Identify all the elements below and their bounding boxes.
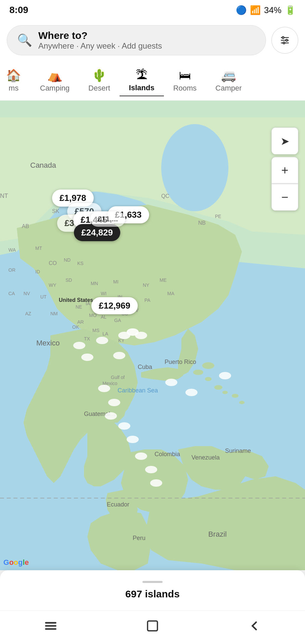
svg-point-87 [108, 399, 120, 406]
svg-text:SK: SK [52, 208, 59, 214]
signal-icon: 📶 [250, 5, 261, 15]
svg-text:MS: MS [92, 328, 99, 333]
svg-text:Cuba: Cuba [138, 364, 152, 370]
svg-text:MT: MT [35, 246, 42, 251]
search-text: Where to? Anywhere · Any week · Add gues… [38, 30, 162, 51]
filter-button[interactable] [271, 27, 298, 54]
svg-text:Canada: Canada [30, 161, 56, 169]
svg-text:NY: NY [143, 282, 149, 288]
svg-text:United States: United States [59, 297, 93, 303]
search-title: Where to? [38, 30, 162, 41]
svg-point-81 [135, 332, 147, 339]
battery-icon: 🔋 [285, 5, 296, 15]
svg-point-10 [214, 385, 222, 390]
locate-button[interactable]: ➤ [271, 127, 298, 154]
search-box[interactable]: 🔍 Where to? Anywhere · Any week · Add gu… [7, 25, 266, 55]
svg-text:ME: ME [160, 277, 167, 283]
bluetooth-icon: 🔵 [236, 5, 247, 15]
tab-camper[interactable]: 🚐 Camper [206, 65, 251, 96]
svg-point-7 [161, 124, 228, 211]
svg-rect-97 [147, 621, 157, 631]
svg-text:Ecuador: Ecuador [107, 501, 129, 508]
svg-point-12 [232, 394, 238, 398]
rooms-icon: 🛏 [179, 68, 191, 83]
svg-text:CO: CO [49, 260, 57, 266]
svg-text:MO: MO [89, 313, 97, 318]
svg-text:Peru: Peru [133, 535, 145, 541]
svg-text:WA: WA [8, 247, 16, 253]
svg-text:KS: KS [77, 261, 84, 266]
rooms-label: Rooms [173, 84, 197, 93]
svg-point-89 [118, 422, 130, 430]
svg-point-9 [205, 377, 212, 381]
svg-text:Gulf of: Gulf of [111, 375, 125, 380]
svg-text:AL: AL [101, 314, 106, 320]
svg-text:MA: MA [167, 291, 175, 296]
svg-text:Suriname: Suriname [225, 447, 251, 454]
tab-rooms[interactable]: 🛏 Rooms [164, 65, 206, 96]
svg-text:SD: SD [66, 277, 72, 283]
map-controls: ➤ + − [271, 127, 298, 211]
tab-item-partial[interactable]: 🏠 ms [3, 65, 31, 96]
map-container[interactable]: Canada NT AB MB SK ON QC NB PE WA OR CA … [0, 101, 305, 570]
desert-label: Desert [88, 84, 110, 93]
zoom-in-button[interactable]: + [271, 157, 298, 184]
islands-label: Islands [129, 84, 155, 92]
svg-text:PA: PA [144, 298, 150, 303]
bottom-nav [0, 610, 305, 644]
svg-text:Mexico: Mexico [36, 339, 60, 347]
svg-point-91 [135, 452, 147, 460]
tab-desert[interactable]: 🌵 Desert [79, 65, 120, 96]
svg-text:TX: TX [84, 336, 90, 341]
camping-icon: ⛺ [47, 68, 62, 83]
svg-text:GA: GA [114, 318, 121, 323]
nav-menu-button[interactable] [30, 615, 72, 640]
zoom-out-button[interactable]: − [271, 184, 298, 211]
svg-text:UT: UT [40, 294, 47, 300]
svg-point-86 [98, 385, 110, 392]
svg-point-8 [193, 370, 203, 375]
partial-label: ms [9, 84, 18, 93]
svg-point-92 [145, 466, 157, 473]
desert-icon: 🌵 [92, 68, 107, 83]
bottom-sheet[interactable]: 697 islands [0, 570, 305, 610]
nav-back-button[interactable] [233, 615, 275, 640]
search-area: 🔍 Where to? Anywhere · Any week · Add gu… [0, 20, 305, 60]
svg-point-88 [105, 412, 117, 420]
svg-text:OK: OK [72, 324, 79, 330]
svg-point-80 [113, 352, 125, 359]
svg-text:Caribbean Sea: Caribbean Sea [118, 387, 158, 394]
price-marker-12969[interactable]: £12,969 [91, 297, 138, 314]
category-tabs: 🏠 ms ⛺ Camping 🌵 Desert 🏝 Islands 🛏 Room… [0, 60, 305, 101]
battery-text: 34% [264, 5, 281, 15]
tab-camping[interactable]: ⛺ Camping [31, 65, 79, 96]
svg-point-13 [239, 401, 245, 404]
nav-home-button[interactable] [132, 615, 173, 640]
status-bar: 8:09 🔵 📶 34% 🔋 [0, 0, 305, 20]
svg-text:QC: QC [161, 193, 169, 199]
svg-text:ND: ND [64, 257, 71, 263]
status-icons: 🔵 📶 34% 🔋 [236, 5, 296, 15]
search-icon: 🔍 [17, 33, 32, 47]
svg-text:NB: NB [198, 220, 206, 226]
svg-text:CA: CA [8, 291, 15, 296]
svg-point-77 [73, 342, 85, 349]
svg-text:Puerto Rico: Puerto Rico [165, 359, 196, 365]
price-marker-bg[interactable]: £11,... [90, 211, 125, 227]
svg-point-90 [127, 436, 139, 443]
svg-point-85 [219, 372, 231, 379]
svg-text:Venezuela: Venezuela [191, 454, 220, 461]
svg-text:NE: NE [76, 304, 82, 310]
status-time: 8:09 [9, 5, 28, 15]
tab-islands[interactable]: 🏝 Islands [120, 65, 164, 96]
svg-point-84 [185, 389, 198, 396]
svg-point-83 [165, 379, 177, 386]
svg-text:NV: NV [24, 291, 30, 296]
camper-label: Camper [215, 84, 242, 93]
camper-icon: 🚐 [221, 68, 236, 83]
minus-icon: − [281, 190, 288, 204]
svg-point-78 [81, 354, 93, 361]
islands-icon: 🏝 [136, 68, 148, 82]
map-svg: Canada NT AB MB SK ON QC NB PE WA OR CA … [0, 101, 305, 570]
results-count: 697 islands [125, 588, 180, 600]
